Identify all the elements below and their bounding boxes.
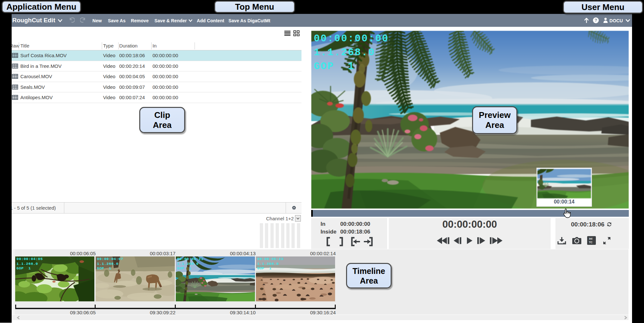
svg-text:Int: Int	[589, 237, 592, 240]
svg-text:TC: TC	[589, 241, 593, 244]
